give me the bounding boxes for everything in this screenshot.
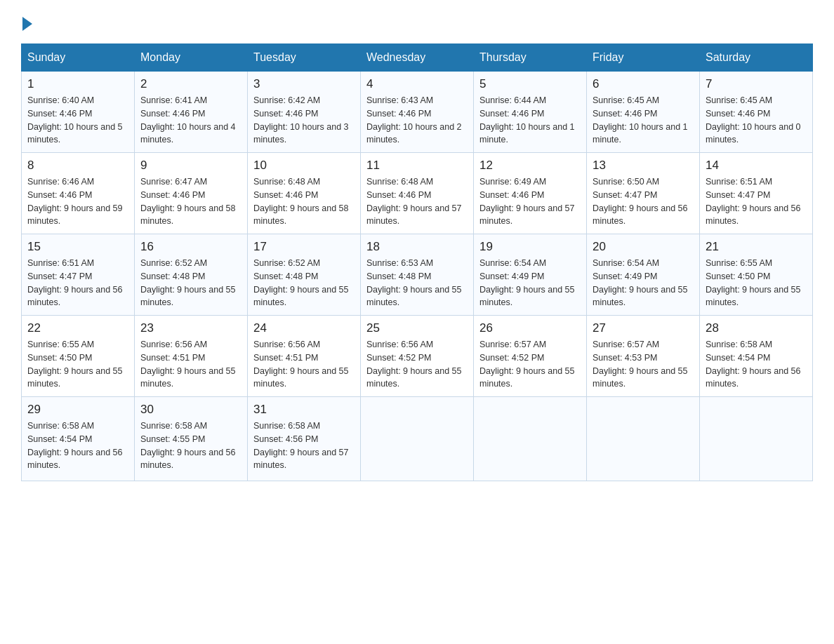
calendar-cell: 11 Sunrise: 6:48 AM Sunset: 4:46 PM Dayl… (361, 153, 474, 234)
day-info: Sunrise: 6:46 AM Sunset: 4:46 PM Dayligh… (27, 175, 128, 228)
day-number: 4 (366, 77, 468, 91)
header-day-sunday: Sunday (22, 44, 135, 72)
calendar-week-row: 29 Sunrise: 6:58 AM Sunset: 4:54 PM Dayl… (22, 397, 813, 481)
header-day-saturday: Saturday (700, 44, 813, 72)
header-day-wednesday: Wednesday (361, 44, 474, 72)
day-info: Sunrise: 6:54 AM Sunset: 4:49 PM Dayligh… (593, 257, 694, 309)
day-info: Sunrise: 6:45 AM Sunset: 4:46 PM Dayligh… (706, 94, 807, 147)
day-number: 14 (706, 159, 807, 173)
day-number: 11 (366, 159, 468, 173)
day-number: 9 (140, 159, 241, 173)
day-info: Sunrise: 6:55 AM Sunset: 4:50 PM Dayligh… (27, 338, 128, 391)
header-day-monday: Monday (135, 44, 248, 72)
day-info: Sunrise: 6:40 AM Sunset: 4:46 PM Dayligh… (27, 94, 128, 147)
logo (21, 14, 32, 29)
day-info: Sunrise: 6:51 AM Sunset: 4:47 PM Dayligh… (706, 175, 807, 228)
day-info: Sunrise: 6:52 AM Sunset: 4:48 PM Dayligh… (140, 257, 241, 309)
day-number: 13 (593, 159, 694, 173)
day-number: 5 (479, 77, 581, 91)
day-info: Sunrise: 6:48 AM Sunset: 4:46 PM Dayligh… (366, 175, 468, 228)
calendar-cell: 1 Sunrise: 6:40 AM Sunset: 4:46 PM Dayli… (22, 72, 135, 153)
day-number: 27 (593, 321, 694, 335)
day-info: Sunrise: 6:57 AM Sunset: 4:52 PM Dayligh… (479, 338, 581, 391)
logo-arrow-icon (22, 17, 32, 31)
calendar-cell: 31 Sunrise: 6:58 AM Sunset: 4:56 PM Dayl… (248, 397, 361, 481)
calendar-cell: 5 Sunrise: 6:44 AM Sunset: 4:46 PM Dayli… (474, 72, 587, 153)
calendar-cell (361, 397, 474, 481)
day-number: 1 (27, 77, 128, 91)
day-number: 30 (140, 403, 241, 417)
calendar-cell: 27 Sunrise: 6:57 AM Sunset: 4:53 PM Dayl… (587, 316, 700, 397)
day-info: Sunrise: 6:45 AM Sunset: 4:46 PM Dayligh… (593, 94, 694, 147)
day-info: Sunrise: 6:56 AM Sunset: 4:52 PM Dayligh… (366, 338, 468, 391)
day-info: Sunrise: 6:58 AM Sunset: 4:54 PM Dayligh… (706, 338, 807, 391)
day-info: Sunrise: 6:58 AM Sunset: 4:55 PM Dayligh… (140, 420, 241, 472)
calendar-cell: 16 Sunrise: 6:52 AM Sunset: 4:48 PM Dayl… (135, 234, 248, 316)
day-info: Sunrise: 6:58 AM Sunset: 4:54 PM Dayligh… (27, 420, 128, 472)
day-number: 8 (27, 159, 128, 173)
calendar-cell: 2 Sunrise: 6:41 AM Sunset: 4:46 PM Dayli… (135, 72, 248, 153)
day-number: 17 (253, 240, 355, 254)
calendar-cell: 26 Sunrise: 6:57 AM Sunset: 4:52 PM Dayl… (474, 316, 587, 397)
calendar-table: SundayMondayTuesdayWednesdayThursdayFrid… (21, 43, 813, 481)
calendar-cell: 12 Sunrise: 6:49 AM Sunset: 4:46 PM Dayl… (474, 153, 587, 234)
calendar-cell: 21 Sunrise: 6:55 AM Sunset: 4:50 PM Dayl… (700, 234, 813, 316)
header-day-thursday: Thursday (474, 44, 587, 72)
day-number: 6 (593, 77, 694, 91)
calendar-header-row: SundayMondayTuesdayWednesdayThursdayFrid… (22, 44, 813, 72)
day-number: 25 (366, 321, 468, 335)
day-info: Sunrise: 6:48 AM Sunset: 4:46 PM Dayligh… (253, 175, 355, 228)
day-info: Sunrise: 6:51 AM Sunset: 4:47 PM Dayligh… (27, 257, 128, 309)
calendar-cell (700, 397, 813, 481)
calendar-week-row: 22 Sunrise: 6:55 AM Sunset: 4:50 PM Dayl… (22, 316, 813, 397)
day-number: 19 (479, 240, 581, 254)
day-info: Sunrise: 6:49 AM Sunset: 4:46 PM Dayligh… (479, 175, 581, 228)
calendar-week-row: 15 Sunrise: 6:51 AM Sunset: 4:47 PM Dayl… (22, 234, 813, 316)
day-info: Sunrise: 6:52 AM Sunset: 4:48 PM Dayligh… (253, 257, 355, 309)
calendar-cell: 29 Sunrise: 6:58 AM Sunset: 4:54 PM Dayl… (22, 397, 135, 481)
day-number: 10 (253, 159, 355, 173)
day-number: 28 (706, 321, 807, 335)
day-number: 21 (706, 240, 807, 254)
calendar-cell: 18 Sunrise: 6:53 AM Sunset: 4:48 PM Dayl… (361, 234, 474, 316)
day-info: Sunrise: 6:43 AM Sunset: 4:46 PM Dayligh… (366, 94, 468, 147)
calendar-cell: 23 Sunrise: 6:56 AM Sunset: 4:51 PM Dayl… (135, 316, 248, 397)
day-number: 3 (253, 77, 355, 91)
calendar-week-row: 1 Sunrise: 6:40 AM Sunset: 4:46 PM Dayli… (22, 72, 813, 153)
day-number: 12 (479, 159, 581, 173)
day-info: Sunrise: 6:47 AM Sunset: 4:46 PM Dayligh… (140, 175, 241, 228)
header-day-friday: Friday (587, 44, 700, 72)
day-number: 24 (253, 321, 355, 335)
calendar-cell: 15 Sunrise: 6:51 AM Sunset: 4:47 PM Dayl… (22, 234, 135, 316)
day-info: Sunrise: 6:44 AM Sunset: 4:46 PM Dayligh… (479, 94, 581, 147)
header-day-tuesday: Tuesday (248, 44, 361, 72)
day-number: 31 (253, 403, 355, 417)
calendar-cell: 6 Sunrise: 6:45 AM Sunset: 4:46 PM Dayli… (587, 72, 700, 153)
calendar-cell: 28 Sunrise: 6:58 AM Sunset: 4:54 PM Dayl… (700, 316, 813, 397)
day-info: Sunrise: 6:56 AM Sunset: 4:51 PM Dayligh… (253, 338, 355, 391)
calendar-cell: 30 Sunrise: 6:58 AM Sunset: 4:55 PM Dayl… (135, 397, 248, 481)
day-info: Sunrise: 6:54 AM Sunset: 4:49 PM Dayligh… (479, 257, 581, 309)
calendar-cell (474, 397, 587, 481)
calendar-cell: 9 Sunrise: 6:47 AM Sunset: 4:46 PM Dayli… (135, 153, 248, 234)
calendar-cell: 8 Sunrise: 6:46 AM Sunset: 4:46 PM Dayli… (22, 153, 135, 234)
day-number: 26 (479, 321, 581, 335)
day-number: 2 (140, 77, 241, 91)
day-info: Sunrise: 6:57 AM Sunset: 4:53 PM Dayligh… (593, 338, 694, 391)
calendar-cell: 19 Sunrise: 6:54 AM Sunset: 4:49 PM Dayl… (474, 234, 587, 316)
calendar-cell: 10 Sunrise: 6:48 AM Sunset: 4:46 PM Dayl… (248, 153, 361, 234)
day-number: 29 (27, 403, 128, 417)
day-number: 15 (27, 240, 128, 254)
calendar-cell: 25 Sunrise: 6:56 AM Sunset: 4:52 PM Dayl… (361, 316, 474, 397)
day-info: Sunrise: 6:53 AM Sunset: 4:48 PM Dayligh… (366, 257, 468, 309)
day-number: 7 (706, 77, 807, 91)
calendar-cell: 24 Sunrise: 6:56 AM Sunset: 4:51 PM Dayl… (248, 316, 361, 397)
calendar-cell (587, 397, 700, 481)
day-number: 22 (27, 321, 128, 335)
calendar-week-row: 8 Sunrise: 6:46 AM Sunset: 4:46 PM Dayli… (22, 153, 813, 234)
calendar-cell: 13 Sunrise: 6:50 AM Sunset: 4:47 PM Dayl… (587, 153, 700, 234)
day-number: 20 (593, 240, 694, 254)
day-info: Sunrise: 6:56 AM Sunset: 4:51 PM Dayligh… (140, 338, 241, 391)
day-info: Sunrise: 6:41 AM Sunset: 4:46 PM Dayligh… (140, 94, 241, 147)
calendar-cell: 14 Sunrise: 6:51 AM Sunset: 4:47 PM Dayl… (700, 153, 813, 234)
